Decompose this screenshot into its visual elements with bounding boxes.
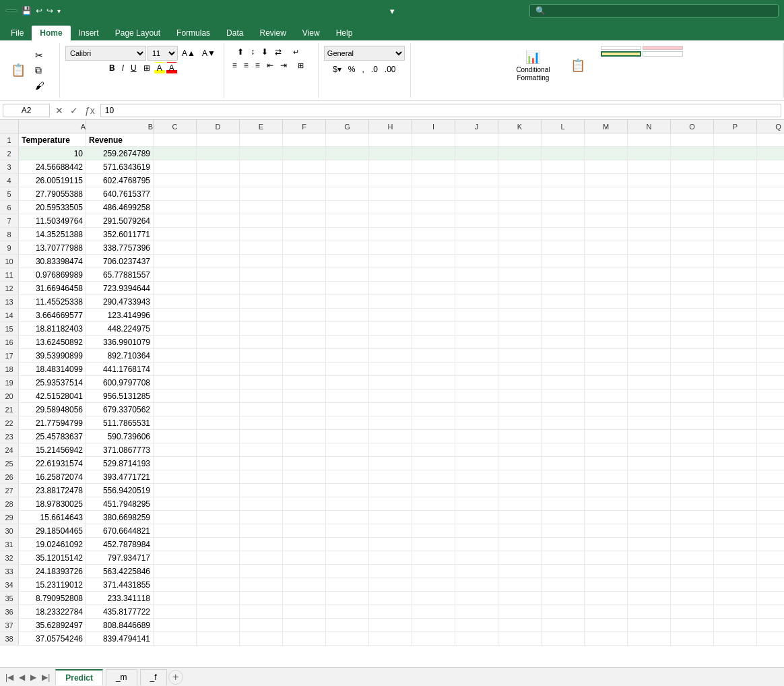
cell-m24[interactable] — [585, 443, 628, 456]
cell-g29[interactable] — [326, 511, 369, 524]
cell-l22[interactable] — [542, 416, 585, 429]
cell-h7[interactable] — [369, 214, 412, 227]
cell-e38[interactable] — [240, 632, 283, 645]
cell-q36[interactable] — [757, 605, 784, 618]
cell-c9[interactable] — [154, 241, 197, 254]
cell-i17[interactable] — [412, 349, 455, 362]
cell-p20[interactable] — [714, 389, 757, 402]
cell-d25[interactable] — [197, 457, 240, 470]
cell-c20[interactable] — [154, 389, 197, 402]
cell-i12[interactable] — [412, 282, 455, 294]
cell-n32[interactable] — [628, 551, 671, 564]
cell-q13[interactable] — [757, 295, 784, 308]
cell-j12[interactable] — [455, 282, 498, 294]
cell-a34[interactable]: 15.23119012 — [19, 578, 86, 591]
cell-p9[interactable] — [714, 241, 757, 254]
table-row[interactable]: 1925.93537514600.9797708 — [0, 376, 784, 389]
col-header-e[interactable]: E — [240, 120, 283, 133]
cell-c5[interactable] — [154, 187, 197, 200]
cell-e37[interactable] — [240, 619, 283, 631]
cell-p23[interactable] — [714, 430, 757, 443]
cell-e1[interactable] — [240, 133, 283, 146]
cell-l27[interactable] — [542, 484, 585, 497]
wrap-text-button[interactable]: ↵ — [286, 46, 307, 58]
cell-e5[interactable] — [240, 187, 283, 200]
cell-h35[interactable] — [369, 592, 412, 604]
fill-color-button[interactable]: A — [154, 62, 165, 74]
cell-l14[interactable] — [542, 309, 585, 321]
cell-q18[interactable] — [757, 363, 784, 375]
cell-o32[interactable] — [671, 551, 714, 564]
cell-l28[interactable] — [542, 497, 585, 510]
sheet-tab-_f[interactable]: _f — [140, 669, 167, 685]
cell-p13[interactable] — [714, 295, 757, 308]
cell-k38[interactable] — [498, 632, 542, 645]
col-header-k[interactable]: K — [498, 120, 542, 133]
cell-l32[interactable] — [542, 551, 585, 564]
cell-o3[interactable] — [671, 160, 714, 173]
cell-f14[interactable] — [283, 309, 326, 321]
cell-i11[interactable] — [412, 268, 455, 281]
cell-c7[interactable] — [154, 214, 197, 227]
cell-b15[interactable]: 448.224975 — [86, 322, 154, 335]
cell-o17[interactable] — [671, 349, 714, 362]
cell-a33[interactable]: 24.18393726 — [19, 565, 86, 578]
cell-h19[interactable] — [369, 376, 412, 389]
cell-a27[interactable]: 23.88172478 — [19, 484, 86, 497]
table-row[interactable]: 110.97686998965.77881557 — [0, 268, 784, 282]
tab-formulas[interactable]: Formulas — [168, 26, 218, 40]
cell-o27[interactable] — [671, 484, 714, 497]
cell-a37[interactable]: 35.62892497 — [19, 619, 86, 631]
cell-f10[interactable] — [283, 255, 326, 268]
cell-d15[interactable] — [197, 322, 240, 335]
cell-c21[interactable] — [154, 403, 197, 416]
tab-page-layout[interactable]: Page Layout — [107, 26, 168, 40]
cell-j8[interactable] — [455, 228, 498, 241]
cell-n14[interactable] — [628, 309, 671, 321]
cell-p25[interactable] — [714, 457, 757, 470]
table-row[interactable]: 2042.51528041956.5131285 — [0, 389, 784, 403]
cell-j26[interactable] — [455, 470, 498, 483]
cell-b33[interactable]: 563.4225846 — [86, 565, 154, 578]
cell-a13[interactable]: 11.45525338 — [19, 295, 86, 308]
cell-k1[interactable] — [498, 133, 542, 146]
cell-a3[interactable]: 24.56688442 — [19, 160, 86, 173]
cell-d30[interactable] — [197, 524, 240, 537]
cell-d36[interactable] — [197, 605, 240, 618]
cell-n15[interactable] — [628, 322, 671, 335]
cell-j9[interactable] — [455, 241, 498, 254]
cell-a19[interactable]: 25.93537514 — [19, 376, 86, 389]
cell-k37[interactable] — [498, 619, 542, 631]
cell-q12[interactable] — [757, 282, 784, 294]
comma-button[interactable]: , — [359, 63, 366, 75]
cell-m12[interactable] — [585, 282, 628, 294]
cell-m35[interactable] — [585, 592, 628, 604]
cell-b20[interactable]: 956.5131285 — [86, 389, 154, 402]
sheet-nav-last[interactable]: ▶| — [39, 671, 53, 683]
cell-k32[interactable] — [498, 551, 542, 564]
cell-f16[interactable] — [283, 336, 326, 348]
cell-o23[interactable] — [671, 430, 714, 443]
cell-o29[interactable] — [671, 511, 714, 524]
cell-l38[interactable] — [542, 632, 585, 645]
cell-i36[interactable] — [412, 605, 455, 618]
cell-l9[interactable] — [542, 241, 585, 254]
tab-home[interactable]: Home — [32, 26, 70, 40]
table-row[interactable]: 1030.83398474706.0237437 — [0, 255, 784, 268]
cell-e9[interactable] — [240, 241, 283, 254]
cell-j19[interactable] — [455, 376, 498, 389]
cell-e4[interactable] — [240, 174, 283, 187]
cell-h11[interactable] — [369, 268, 412, 281]
cell-k17[interactable] — [498, 349, 542, 362]
cell-i16[interactable] — [412, 336, 455, 348]
cell-d1[interactable] — [197, 133, 240, 146]
font-shrink-button[interactable]: A▼ — [199, 47, 218, 59]
table-row[interactable]: 3119.02461092452.7878984 — [0, 538, 784, 551]
cell-b11[interactable]: 65.77881557 — [86, 268, 154, 281]
border-button[interactable]: ⊞ — [141, 62, 153, 74]
cell-b38[interactable]: 839.4794141 — [86, 632, 154, 645]
cell-o30[interactable] — [671, 524, 714, 537]
cell-f27[interactable] — [283, 484, 326, 497]
cell-h37[interactable] — [369, 619, 412, 631]
cell-c38[interactable] — [154, 632, 197, 645]
